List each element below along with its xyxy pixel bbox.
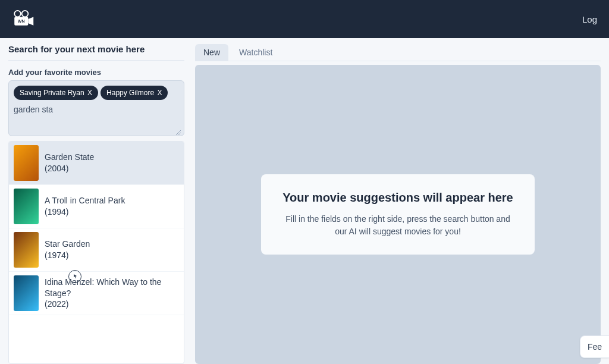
movie-year: (1974) xyxy=(45,250,90,261)
autocomplete-item[interactable]: Garden State (2004) xyxy=(9,142,184,185)
empty-state-description: Fill in the fields on the right side, pr… xyxy=(279,213,517,238)
movie-title: A Troll in Central Park xyxy=(45,195,125,206)
resize-handle-icon[interactable] xyxy=(175,127,181,133)
svg-text:WN: WN xyxy=(18,19,25,24)
movie-poster xyxy=(14,189,39,224)
camera-icon: WN xyxy=(12,10,38,29)
main-panel: New Watchlist Your movie suggestions wil… xyxy=(195,44,601,364)
login-link[interactable]: Log xyxy=(582,14,597,24)
tab-watchlist[interactable]: Watchlist xyxy=(231,44,281,61)
tag-remove-icon[interactable]: X xyxy=(87,89,92,97)
movie-poster xyxy=(14,232,39,268)
autocomplete-item[interactable]: A Troll in Central Park (1994) xyxy=(9,185,184,228)
search-heading: Search for your next movie here xyxy=(8,44,184,61)
feedback-button[interactable]: Fee xyxy=(580,335,609,358)
autocomplete-text: Idina Menzel: Which Way to the Stage? (2… xyxy=(45,277,179,310)
favorites-label: Add your favorite movies xyxy=(8,68,184,77)
content-area: Search for your next movie here Add your… xyxy=(0,38,609,364)
tag-label: Saving Private Ryan xyxy=(20,89,84,97)
brand-logo[interactable]: WN xyxy=(12,10,38,29)
search-sidebar: Search for your next movie here Add your… xyxy=(8,44,184,364)
empty-state-title: Your movie suggestions will appear here xyxy=(279,191,517,205)
movie-tag[interactable]: Saving Private Ryan X xyxy=(14,86,98,100)
tabs-bar: New Watchlist xyxy=(195,44,601,61)
favorites-input-area[interactable]: Saving Private Ryan X Happy Gilmore X xyxy=(8,80,184,136)
movie-search-input[interactable] xyxy=(14,103,179,115)
top-bar: WN Log xyxy=(0,0,609,38)
movie-poster xyxy=(14,275,39,311)
autocomplete-item[interactable]: Star Garden (1974) xyxy=(9,228,184,272)
autocomplete-list: Garden State (2004) A Troll in Central P… xyxy=(8,141,184,364)
autocomplete-text: A Troll in Central Park (1994) xyxy=(45,195,125,218)
movie-poster xyxy=(14,145,39,181)
tag-label: Happy Gilmore xyxy=(106,89,154,97)
tag-remove-icon[interactable]: X xyxy=(157,89,162,97)
tags-row: Saving Private Ryan X Happy Gilmore X xyxy=(14,86,179,100)
svg-point-0 xyxy=(14,11,21,17)
movie-title: Star Garden xyxy=(45,239,90,250)
movie-year: (2004) xyxy=(45,163,94,174)
results-panel: Your movie suggestions will appear here … xyxy=(195,65,601,364)
tab-new[interactable]: New xyxy=(195,44,228,61)
movie-year: (1994) xyxy=(45,206,125,218)
svg-point-1 xyxy=(22,11,29,17)
autocomplete-text: Garden State (2004) xyxy=(45,152,94,174)
movie-year: (2022) xyxy=(45,299,179,310)
autocomplete-text: Star Garden (1974) xyxy=(45,239,90,261)
autocomplete-item[interactable]: Idina Menzel: Which Way to the Stage? (2… xyxy=(9,272,184,315)
movie-title: Garden State xyxy=(45,152,94,163)
movie-title: Idina Menzel: Which Way to the Stage? xyxy=(45,277,179,299)
movie-tag[interactable]: Happy Gilmore X xyxy=(101,86,168,100)
empty-state-card: Your movie suggestions will appear here … xyxy=(261,174,535,255)
